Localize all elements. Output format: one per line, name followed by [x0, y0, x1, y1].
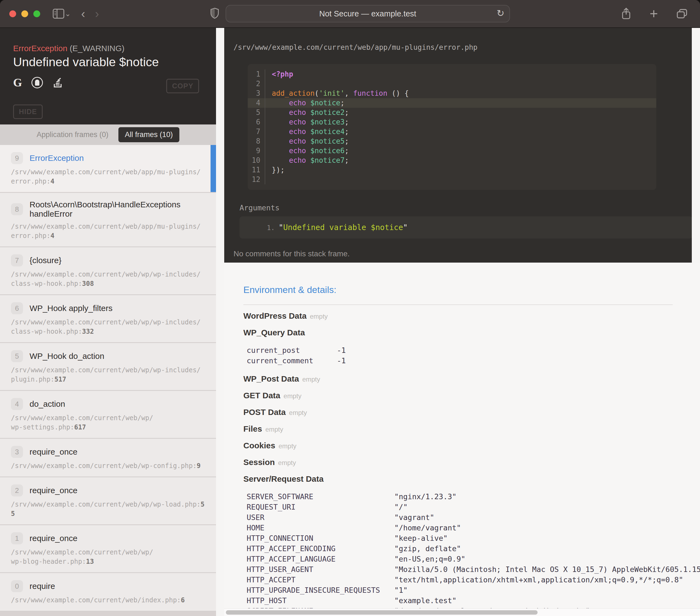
details-scrollbar-gutter[interactable]	[692, 28, 700, 262]
table-key: USER	[247, 513, 394, 522]
table-row: HOME"/home/vagrant"	[247, 522, 673, 533]
hide-button[interactable]: HIDE	[13, 104, 43, 119]
environment-tables: WordPress DataemptyWP_Query Datacurrent_…	[243, 310, 673, 616]
empty-badge: empty	[265, 426, 283, 433]
minimize-window-button[interactable]	[21, 10, 28, 17]
frame-index-badge: 8	[11, 203, 23, 215]
code-line-content	[265, 175, 276, 184]
code-line-content: echo $notice5;	[265, 136, 349, 146]
horizontal-scrollbar[interactable]	[224, 608, 700, 616]
code-line-content: echo $notice2;	[265, 108, 349, 118]
frame-function-name: do_action	[29, 399, 65, 409]
stack-frame[interactable]: 9ErrorException/srv/www/example.com/curr…	[0, 145, 216, 193]
copy-button[interactable]: COPY	[166, 79, 199, 93]
environment-subsection: Sessionempty	[243, 457, 673, 469]
close-window-button[interactable]	[9, 10, 16, 17]
frame-index-badge: 7	[11, 255, 23, 267]
frame-index-badge: 4	[11, 398, 23, 410]
address-bar-text: Not Secure — example.test	[320, 9, 416, 18]
code-line-content: echo $notice6;	[265, 146, 349, 156]
argument-open-quote: "	[279, 223, 283, 232]
sidebar-icon	[53, 9, 64, 19]
environment-divider	[243, 305, 673, 305]
stack-frame[interactable]: 3require_once/srv/www/example.com/curren…	[0, 439, 216, 477]
code-line-content	[265, 79, 276, 89]
frame-line-number: 6	[181, 596, 185, 604]
horizontal-scrollbar-thumb[interactable]	[226, 610, 538, 615]
code-line: 2	[248, 79, 656, 89]
table-value: "en-US,en;q=0.9"	[394, 555, 465, 563]
table-value: "Mozilla/5.0 (Macintosh; Intel Mac OS X …	[394, 565, 700, 574]
frame-function-name: require_once	[29, 534, 77, 543]
code-line-content: echo $notice7;	[265, 156, 349, 165]
code-line: 11});	[248, 165, 656, 175]
stack-frame[interactable]: 2require_once/srv/www/example.com/curren…	[0, 477, 216, 525]
code-line-content: });	[265, 165, 285, 175]
toolbar-center: Not Secure — example.test ↻	[102, 5, 618, 22]
frame-code-panel: /srv/www/example.com/current/web/app/mu-…	[224, 28, 700, 262]
table-key: HTTP_CONNECTION	[247, 534, 394, 542]
stack-frame[interactable]: 6WP_Hook apply_filters/srv/www/example.c…	[0, 295, 216, 343]
duckduckgo-search-icon[interactable]	[32, 77, 43, 88]
table-key: HTTP_ACCEPT_LANGUAGE	[247, 555, 394, 563]
environment-data-table: current_post-1current_comment-1	[247, 345, 673, 366]
environment-subsection-title: Files	[243, 424, 262, 433]
empty-badge: empty	[284, 392, 301, 399]
code-line-highlighted: 4 echo $notice;	[248, 98, 656, 108]
table-row: SERVER_SOFTWARE"nginx/1.23.3"	[247, 491, 673, 502]
environment-subsection-title: POST Data	[243, 408, 286, 417]
stack-frame[interactable]: 4do_action/srv/www/example.com/current/w…	[0, 391, 216, 439]
back-button[interactable]: ‹	[81, 8, 85, 20]
table-value: "/home/vagrant"	[394, 523, 461, 532]
empty-badge: empty	[279, 442, 297, 450]
table-value: "nginx/1.23.3"	[394, 492, 457, 501]
code-line-number: 11	[248, 165, 265, 175]
code-line-content: echo $notice;	[265, 98, 345, 108]
sidebar-toggle-button[interactable]: ⌄	[53, 9, 71, 19]
google-search-icon[interactable]: G	[13, 76, 22, 89]
tab-application-frames[interactable]: Application frames (0)	[37, 131, 109, 139]
stack-frame[interactable]: 5WP_Hook do_action/srv/www/example.com/c…	[0, 343, 216, 391]
address-bar[interactable]: Not Secure — example.test ↻	[226, 5, 510, 22]
zoom-window-button[interactable]	[33, 10, 40, 17]
code-line-number: 7	[248, 127, 265, 136]
stack-frame[interactable]: 7{closure}/srv/www/example.com/current/w…	[0, 247, 216, 295]
table-key: current_post	[247, 346, 337, 355]
environment-subsection: GET Dataempty	[243, 390, 673, 402]
exception-header: ErrorException (E_WARNING) Undefined var…	[0, 28, 216, 124]
stack-frame[interactable]: 1require_once/srv/www/example.com/curren…	[0, 525, 216, 573]
frames-tab-bar: Application frames (0) All frames (10)	[0, 124, 216, 145]
table-row: USER"vagrant"	[247, 512, 673, 522]
table-value: "gzip, deflate"	[394, 544, 461, 553]
share-button[interactable]	[621, 8, 632, 20]
code-line: 3add_action('init', function () {	[248, 89, 656, 98]
traffic-lights	[9, 10, 40, 17]
code-line-number: 3	[248, 89, 265, 98]
table-key: current_comment	[247, 356, 337, 365]
code-line: 8 echo $notice5;	[248, 136, 656, 146]
frame-file-path: /srv/www/example.com/current/web/wp/wp-l…	[11, 500, 205, 518]
sidebar-scrollbar-gutter[interactable]	[216, 28, 224, 616]
stackoverflow-search-icon[interactable]	[52, 76, 63, 89]
reload-icon[interactable]: ↻	[497, 8, 504, 19]
frame-line-number: 4	[51, 177, 54, 185]
tab-all-frames[interactable]: All frames (10)	[118, 127, 180, 142]
exception-class: ErrorException	[13, 44, 67, 53]
stack-frame[interactable]: 8Roots\Acorn\Bootstrap\HandleExceptions …	[0, 193, 216, 247]
frame-index-badge: 3	[11, 446, 23, 458]
active-frame-indicator	[211, 145, 216, 192]
privacy-shield-icon[interactable]	[210, 8, 220, 20]
tab-overview-button[interactable]	[676, 8, 688, 20]
table-value: "example.test"	[394, 596, 457, 605]
stack-frames-list: 9ErrorException/srv/www/example.com/curr…	[0, 145, 216, 616]
stack-frame[interactable]: 0require/srv/www/example.com/current/web…	[0, 573, 216, 612]
exception-message: Undefined variable $notice	[13, 55, 203, 70]
code-line-content: <?php	[265, 70, 293, 79]
environment-subsection-title: WP_Query Data	[243, 328, 305, 337]
table-key: REQUEST_URI	[247, 503, 394, 511]
environment-subsection-title: GET Data	[243, 391, 280, 400]
new-tab-button[interactable]: +	[650, 8, 658, 19]
code-line-number: 5	[248, 108, 265, 118]
forward-button[interactable]: ›	[95, 8, 99, 20]
frame-index-badge: 5	[11, 350, 23, 362]
